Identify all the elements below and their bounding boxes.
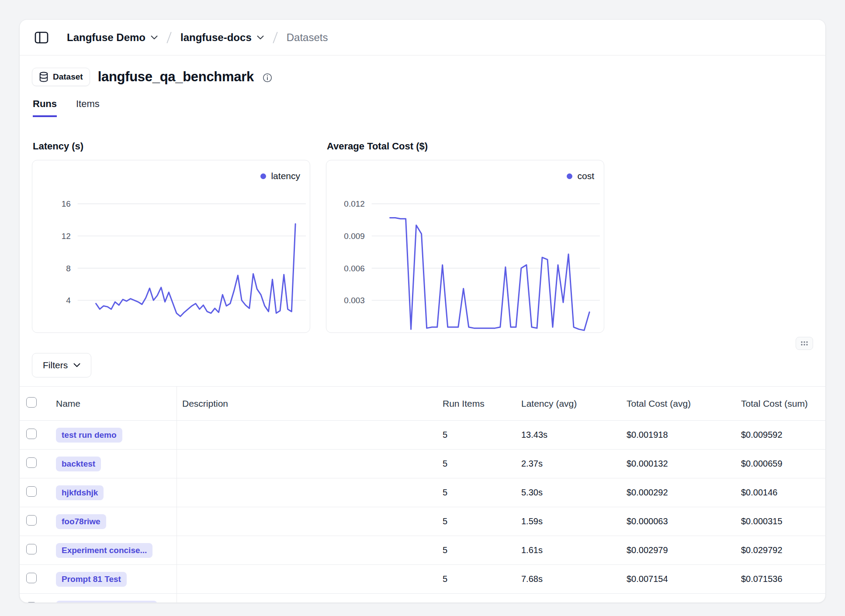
sidebar-toggle-icon xyxy=(35,31,48,44)
latency-chart-title: Latency (s) xyxy=(33,141,310,152)
run-name-badge[interactable] xyxy=(56,601,157,603)
breadcrumb-org-label: Langfuse Demo xyxy=(67,31,145,44)
run-cost-sum: $0.000315 xyxy=(736,516,825,526)
charts-section: Latency (s) 481216 latency Average Total… xyxy=(20,141,825,333)
run-cost-avg: $0.000292 xyxy=(621,488,736,498)
column-header-name: Name xyxy=(49,387,177,420)
row-checkbox[interactable] xyxy=(26,457,37,468)
run-name-badge[interactable]: backtest xyxy=(56,457,101,471)
run-name-badge[interactable]: foo78riwe xyxy=(56,514,106,529)
row-checkbox[interactable] xyxy=(26,573,37,583)
runs-table: Name Description Run Items Latency (avg)… xyxy=(20,386,825,603)
row-checkbox[interactable] xyxy=(26,544,37,554)
run-cost-sum: $0.029792 xyxy=(736,545,825,555)
latency-chart-block: Latency (s) 481216 latency xyxy=(32,141,310,333)
dataset-type-badge: Dataset xyxy=(32,68,90,86)
svg-text:0.012: 0.012 xyxy=(344,199,364,208)
drag-handle-icon xyxy=(800,341,808,346)
column-header-run-items: Run Items xyxy=(437,398,516,409)
column-header-total-cost-avg: Total Cost (avg) xyxy=(621,398,736,409)
drag-handle-button[interactable] xyxy=(796,337,813,350)
table-header-row: Name Description Run Items Latency (avg)… xyxy=(20,387,825,421)
table-row: foo78riwe 5 1.59s $0.000063 $0.000315 xyxy=(20,507,825,536)
breadcrumb-separator xyxy=(166,31,173,44)
dataset-badge-label: Dataset xyxy=(53,72,83,82)
run-items-count: 5 xyxy=(437,516,516,526)
datasets-page-card: Langfuse Demo langfuse-docs Datasets Dat… xyxy=(19,19,826,603)
run-items-count: 5 xyxy=(437,574,516,584)
filters-button[interactable]: Filters xyxy=(32,353,91,377)
run-cost-sum: $0.00146 xyxy=(736,488,825,498)
run-cost-avg: $0.000063 xyxy=(621,516,736,526)
cost-chart-block: Average Total Cost ($) 0.0030.0060.0090.… xyxy=(326,141,604,333)
run-cost-avg: $0.002979 xyxy=(621,545,736,555)
run-name-badge[interactable]: Experiment concise... xyxy=(56,543,152,558)
run-cost-avg: $0.000132 xyxy=(621,459,736,469)
svg-text:0.006: 0.006 xyxy=(344,264,364,273)
run-latency: 1.59s xyxy=(516,516,621,526)
svg-text:4: 4 xyxy=(66,296,71,305)
chevron-down-icon xyxy=(257,35,264,40)
column-header-total-cost-sum: Total Cost (sum) xyxy=(736,398,825,409)
run-name-badge[interactable]: Prompt 81 Test xyxy=(56,572,127,587)
sidebar-toggle-button[interactable] xyxy=(32,29,51,46)
legend-dot-icon xyxy=(260,173,266,179)
svg-text:0.009: 0.009 xyxy=(344,232,364,241)
cost-line-chart: 0.0030.0060.0090.012 xyxy=(326,160,604,332)
table-body: test run demo 5 13.43s $0.001918 $0.0095… xyxy=(20,421,825,594)
breadcrumb-project[interactable]: langfuse-docs xyxy=(180,31,264,44)
column-header-latency-avg: Latency (avg) xyxy=(516,398,621,409)
run-name-badge[interactable]: hjkfdshjk xyxy=(56,485,104,500)
run-items-count: 5 xyxy=(437,488,516,498)
column-header-description: Description xyxy=(177,398,437,409)
page-title: langfuse_qa_benchmark xyxy=(98,69,254,85)
filters-row: Filters xyxy=(20,353,825,377)
svg-text:8: 8 xyxy=(66,264,71,273)
breadcrumb: Langfuse Demo langfuse-docs Datasets xyxy=(67,31,328,44)
run-cost-avg: $0.001918 xyxy=(621,430,736,440)
breadcrumb-section[interactable]: Datasets xyxy=(287,31,328,44)
row-checkbox[interactable] xyxy=(26,515,37,526)
table-row: test run demo 5 13.43s $0.001918 $0.0095… xyxy=(20,421,825,450)
breadcrumb-org[interactable]: Langfuse Demo xyxy=(67,31,158,44)
page-head: Dataset langfuse_qa_benchmark xyxy=(20,66,825,88)
svg-text:12: 12 xyxy=(62,232,71,241)
table-row-partial xyxy=(20,594,825,603)
select-all-checkbox[interactable] xyxy=(26,397,37,408)
run-items-count: 5 xyxy=(437,545,516,555)
tab-items[interactable]: Items xyxy=(76,98,100,117)
run-cost-sum: $0.000659 xyxy=(736,459,825,469)
tab-runs[interactable]: Runs xyxy=(33,98,57,117)
tabs: Runs Items xyxy=(20,98,825,117)
legend-dot-icon xyxy=(567,173,572,179)
run-cost-avg: $0.007154 xyxy=(621,574,736,584)
run-latency: 2.37s xyxy=(516,459,621,469)
legend-label: cost xyxy=(577,171,594,181)
table-row: Experiment concise... 5 1.61s $0.002979 … xyxy=(20,536,825,565)
breadcrumb-project-label: langfuse-docs xyxy=(180,31,252,44)
run-name-badge[interactable]: test run demo xyxy=(56,428,122,443)
table-row: hjkfdshjk 5 5.30s $0.000292 $0.00146 xyxy=(20,478,825,507)
chevron-down-icon xyxy=(151,35,158,40)
row-checkbox[interactable] xyxy=(26,429,37,439)
svg-text:0.003: 0.003 xyxy=(344,296,364,305)
run-cost-sum: $0.071536 xyxy=(736,574,825,584)
svg-text:16: 16 xyxy=(62,199,71,208)
chevron-down-icon xyxy=(73,363,80,367)
run-items-count: 5 xyxy=(437,459,516,469)
row-checkbox[interactable] xyxy=(26,486,37,497)
latency-line-chart: 481216 xyxy=(32,160,310,332)
run-latency: 5.30s xyxy=(516,488,621,498)
row-checkbox[interactable] xyxy=(26,602,37,603)
filters-button-label: Filters xyxy=(43,360,68,370)
run-latency: 13.43s xyxy=(516,430,621,440)
run-items-count: 5 xyxy=(437,430,516,440)
database-icon xyxy=(39,72,48,82)
latency-chart-legend: latency xyxy=(260,171,300,181)
run-cost-sum: $0.009592 xyxy=(736,430,825,440)
info-icon[interactable] xyxy=(263,73,272,83)
breadcrumb-separator xyxy=(272,31,279,44)
run-latency: 1.61s xyxy=(516,545,621,555)
cost-chart-legend: cost xyxy=(567,171,594,181)
latency-chart: 481216 latency xyxy=(32,160,310,333)
